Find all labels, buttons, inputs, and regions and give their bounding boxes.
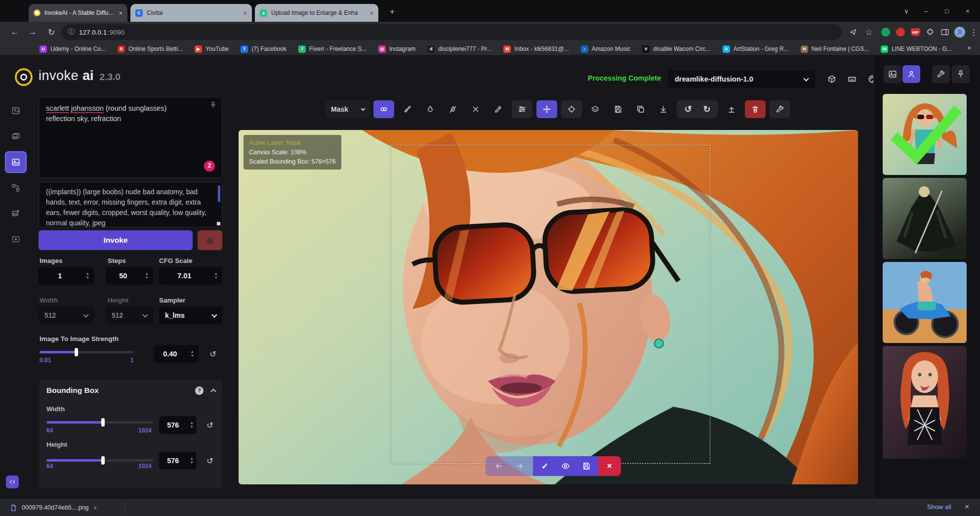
tab-close-icon[interactable]: × <box>243 9 247 17</box>
download-chevron-icon[interactable]: ∧ <box>93 505 97 511</box>
color-picker-button[interactable] <box>489 100 508 118</box>
hotkeys-keyboard-icon[interactable] <box>844 71 860 87</box>
back-button[interactable]: ← <box>7 24 23 40</box>
undo-button[interactable]: ↺ <box>679 100 697 118</box>
profile-avatar[interactable] <box>952 25 967 40</box>
console-toggle-button[interactable] <box>6 475 19 488</box>
resize-grip[interactable] <box>217 222 220 225</box>
bookmark-inbox[interactable]: MInbox - klk56831@... <box>503 45 569 53</box>
slider-thumb[interactable] <box>101 418 105 427</box>
tab-image-to-image[interactable] <box>5 126 27 147</box>
fill-erase-tool-button[interactable] <box>444 100 462 118</box>
bbox-height-input[interactable]: 576 ▲▼ <box>159 452 197 470</box>
bookmark-youtube[interactable]: ▶YouTube <box>195 45 229 53</box>
tab-invokeai[interactable]: InvokeAI - A Stable Diffusion Too × <box>29 4 127 22</box>
height-select[interactable]: 512 <box>106 306 153 324</box>
previous-image-button[interactable] <box>490 457 508 475</box>
pin-options-icon[interactable] <box>209 101 217 112</box>
i2i-strength-input[interactable]: 0.40 ▲▼ <box>154 345 199 363</box>
tab-upload-image[interactable]: ▲ Upload Image to Enlarge & Enha × <box>255 4 378 22</box>
redo-button[interactable]: ↻ <box>697 100 716 118</box>
save-canvas-button[interactable] <box>609 100 627 118</box>
tab-text-to-image[interactable] <box>5 100 27 122</box>
stepper[interactable]: ▲▼ <box>187 422 197 429</box>
images-input[interactable]: 1 ▲▼ <box>39 267 94 285</box>
window-close-button[interactable]: × <box>959 4 976 18</box>
tab-training[interactable] <box>5 228 27 250</box>
gallery-thumbnail-2[interactable] <box>883 178 967 259</box>
extensions-puzzle-icon[interactable] <box>923 25 938 40</box>
stepper[interactable]: ▲▼ <box>187 457 197 464</box>
gallery-thumbnail-3[interactable] <box>883 262 967 343</box>
stepper[interactable]: ▲▼ <box>82 272 94 279</box>
bbox-width-input[interactable]: 576 ▲▼ <box>159 416 197 434</box>
steps-input[interactable]: 50 ▲▼ <box>106 267 153 285</box>
tab-close-icon[interactable]: × <box>369 9 373 17</box>
close-download-bar-icon[interactable]: × <box>965 502 969 511</box>
bookmark-star-icon[interactable]: ☆ <box>861 25 876 40</box>
bbox-width-reset-button[interactable]: ↺ <box>202 417 218 433</box>
site-info-icon[interactable]: ⓘ <box>68 28 75 37</box>
prompt-input[interactable]: scarlett johansson (round sunglasses) re… <box>39 97 222 178</box>
scrollbar-thumb[interactable] <box>218 185 220 202</box>
share-icon[interactable] <box>846 25 860 40</box>
clear-mask-button[interactable] <box>466 100 485 118</box>
show-hide-image-button[interactable] <box>556 457 575 475</box>
discard-image-button[interactable]: × <box>600 457 619 475</box>
stepper[interactable]: ▲▼ <box>141 272 153 279</box>
bookmark-instagram[interactable]: ◎Instagram <box>378 45 415 53</box>
bookmark-neil-fontaine[interactable]: NNeil Fontaine | CGS... <box>801 45 869 53</box>
cfg-scale-input[interactable]: 7.01 ▲▼ <box>159 267 222 285</box>
gallery-thumbnail-4[interactable] <box>883 346 967 459</box>
accept-image-button[interactable]: ✓ <box>535 457 554 475</box>
slider-thumb[interactable] <box>75 348 78 356</box>
reload-button[interactable]: ↻ <box>43 24 59 40</box>
copy-canvas-button[interactable] <box>631 100 650 118</box>
model-select[interactable]: dreamlike-diffusion-1.0 <box>668 70 815 88</box>
eraser-tool-button[interactable] <box>421 100 440 118</box>
bbox-width-slider[interactable] <box>46 421 153 424</box>
new-tab-button[interactable]: + <box>386 6 398 18</box>
mask-tool-button[interactable] <box>373 100 394 118</box>
bbox-height-reset-button[interactable]: ↺ <box>202 452 218 469</box>
gallery-settings-button[interactable] <box>932 65 950 83</box>
extension-icon-red[interactable] <box>893 25 908 40</box>
clear-canvas-button[interactable] <box>745 100 766 118</box>
brush-tool-button[interactable] <box>398 100 417 118</box>
brush-options-button[interactable] <box>512 100 532 118</box>
slider-thumb[interactable] <box>101 456 105 465</box>
bookmark-artstation[interactable]: AArtStation - Greg R... <box>723 45 789 53</box>
tab-nodes[interactable] <box>5 177 27 199</box>
forward-button[interactable]: → <box>25 24 41 40</box>
negative-prompt-input[interactable]: ((implants)) (large boobs) nude bad anat… <box>39 182 222 227</box>
layer-select[interactable]: Mask <box>326 100 369 118</box>
address-bar[interactable]: ⓘ 127.0.0.1:9090 <box>61 24 842 40</box>
bookmark-facebook[interactable]: f(7) Facebook <box>241 45 286 53</box>
bbox-height-slider[interactable] <box>46 459 153 462</box>
tab-unified-canvas[interactable] <box>5 151 27 173</box>
gallery-images-tab[interactable] <box>884 65 901 83</box>
reset-view-button[interactable] <box>561 100 582 118</box>
save-to-gallery-button[interactable] <box>577 457 596 475</box>
browser-menu-icon[interactable]: ⋮ <box>966 25 980 40</box>
tab-close-icon[interactable]: × <box>119 9 122 17</box>
adblock-extension-icon[interactable]: ABP <box>908 25 923 40</box>
gallery-uploads-tab[interactable] <box>902 65 920 83</box>
width-select[interactable]: 512 <box>39 306 94 324</box>
canvas-stage[interactable]: Active Layer: Mask Canvas Scale: 108% Sc… <box>239 130 858 484</box>
model-manager-icon[interactable] <box>824 71 840 87</box>
gallery-pin-button[interactable] <box>952 65 970 83</box>
upload-image-button[interactable] <box>722 100 741 118</box>
window-minimize-button[interactable]: – <box>918 4 935 18</box>
i2i-reset-button[interactable]: ↺ <box>204 345 221 362</box>
download-canvas-button[interactable] <box>654 100 673 118</box>
stepper[interactable]: ▲▼ <box>210 272 222 279</box>
cancel-button[interactable]: ⊗ <box>198 230 222 250</box>
bookmark-sports-betting[interactable]: BOnline Sports Betti... <box>118 45 183 53</box>
show-all-downloads-link[interactable]: Show all <box>927 503 951 511</box>
canvas-settings-button[interactable] <box>770 100 790 118</box>
tab-post-processing[interactable] <box>5 203 27 224</box>
move-tool-button[interactable] <box>536 100 557 118</box>
next-image-button[interactable] <box>510 457 529 475</box>
sampler-select[interactable]: k_lms <box>159 306 222 324</box>
